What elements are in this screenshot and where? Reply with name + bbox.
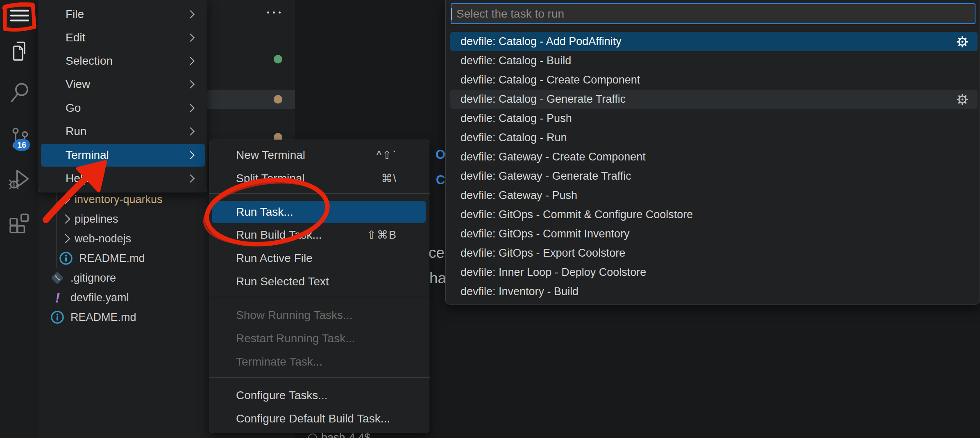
task-option[interactable]: devfile: GitOps - Commit Inventory: [450, 224, 978, 244]
menu-item-terminal[interactable]: Terminal: [41, 144, 205, 167]
task-option[interactable]: devfile: GitOps - Export Coolstore: [450, 244, 978, 263]
hamburger-menu-icon[interactable]: [0, 7, 39, 24]
editor-text-fragment: ha: [429, 270, 446, 287]
menu-item-run-task[interactable]: Run Task...: [212, 201, 426, 223]
menu-item-split-terminal[interactable]: Split Terminal⌘\: [212, 167, 426, 190]
shortcut-label: ⇧⌘B: [367, 228, 397, 242]
menu-item-configure-tasks[interactable]: Configure Tasks...: [212, 384, 426, 406]
search-icon[interactable]: [0, 81, 39, 104]
shortcut-label: ⌘\: [381, 172, 397, 185]
quick-pick-panel: devfile: Catalog - Add PodAffinity devfi…: [445, 0, 980, 305]
menu-item-terminate-task: Terminate Task...: [212, 351, 426, 373]
chevron-right-icon: [61, 195, 70, 204]
chevron-right-icon: [186, 80, 195, 88]
vscode-window: { "activity_bar": { "scm_badge": "16" },…: [0, 0, 980, 438]
git-status-dot: [274, 55, 282, 63]
menu-item-configure-default-build-task[interactable]: Configure Default Build Task...: [212, 408, 426, 430]
task-option[interactable]: devfile: Gateway - Create Component: [450, 147, 978, 167]
task-option[interactable]: devfile: Gateway - Generate Traffic: [450, 167, 978, 186]
task-option[interactable]: devfile: Gateway - Push: [450, 186, 978, 205]
task-option[interactable]: devfile: Catalog - Add PodAffinity: [450, 32, 978, 51]
text-cursor: [451, 8, 452, 20]
devfile-icon: !: [53, 290, 62, 306]
task-option[interactable]: devfile: Inner Loop - Deploy Coolstore: [450, 263, 978, 282]
configure-task-gear-icon[interactable]: [956, 93, 969, 106]
chevron-right-icon: [61, 234, 70, 244]
extensions-icon[interactable]: [0, 211, 39, 234]
chevron-right-icon: [186, 34, 195, 42]
chevron-right-icon: [186, 174, 195, 183]
application-menu: File Edit Selection View Go Run Terminal…: [38, 0, 207, 192]
task-search-input[interactable]: [451, 3, 975, 24]
info-file-icon: [50, 310, 65, 325]
menu-item-new-terminal[interactable]: New Terminal^⇧`: [212, 144, 426, 166]
activity-bar: 16: [0, 0, 39, 438]
editor-text-fragment: C: [436, 173, 445, 187]
task-option[interactable]: devfile: Inventory - Build: [450, 282, 978, 301]
menu-item-edit[interactable]: Edit: [41, 26, 205, 49]
task-option[interactable]: devfile: Catalog - Build: [450, 51, 978, 70]
menu-item-file[interactable]: File: [41, 3, 205, 26]
menu-item-run-active-file[interactable]: Run Active File: [212, 247, 426, 269]
git-file-icon: [50, 271, 65, 285]
menu-item-restart-running-task: Restart Running Task...: [212, 327, 426, 350]
editor-text-fragment: O: [436, 147, 445, 162]
scm-changes-badge: 16: [14, 139, 30, 151]
task-option[interactable]: devfile: Catalog - Generate Traffic: [450, 90, 978, 109]
task-option[interactable]: devfile: Catalog - Run: [450, 128, 978, 147]
chevron-right-icon: [61, 214, 70, 224]
menu-item-run-build-task[interactable]: Run Build Task...⇧⌘B: [212, 224, 426, 246]
info-file-icon: [59, 251, 73, 266]
menu-item-run[interactable]: Run: [41, 120, 205, 143]
menu-item-help[interactable]: Help: [41, 167, 205, 190]
menu-item-go[interactable]: Go: [41, 97, 205, 120]
menu-item-run-selected-text[interactable]: Run Selected Text: [212, 271, 426, 293]
more-actions-icon[interactable]: [267, 11, 281, 14]
chevron-right-icon: [186, 57, 195, 65]
terminal-prompt-icon: [308, 433, 317, 438]
task-option[interactable]: devfile: GitOps - Commit & Configure Coo…: [450, 205, 978, 224]
shortcut-label: ^⇧`: [377, 149, 397, 162]
task-option[interactable]: devfile: Catalog - Push: [450, 109, 978, 128]
configure-task-gear-icon[interactable]: [956, 36, 969, 48]
editor-text-fragment: ce: [429, 244, 445, 262]
menu-item-show-running-tasks: Show Running Tasks...: [212, 304, 426, 326]
git-status-dot: [274, 95, 282, 104]
chevron-right-icon: [186, 127, 195, 135]
run-debug-icon[interactable]: [0, 167, 39, 192]
chevron-right-icon: [186, 10, 195, 18]
task-option[interactable]: devfile: Catalog - Create Component: [450, 70, 978, 90]
menu-separator: [209, 297, 430, 297]
menu-item-view[interactable]: View: [41, 73, 205, 96]
menu-item-selection[interactable]: Selection: [41, 50, 205, 72]
menu-separator: [209, 193, 430, 194]
menu-separator: [209, 377, 430, 378]
explorer-icon[interactable]: [0, 40, 39, 62]
terminal-submenu: New Terminal^⇧` Split Terminal⌘\ Run Tas…: [209, 140, 429, 433]
chevron-right-icon: [186, 151, 195, 159]
chevron-right-icon: [186, 104, 195, 112]
